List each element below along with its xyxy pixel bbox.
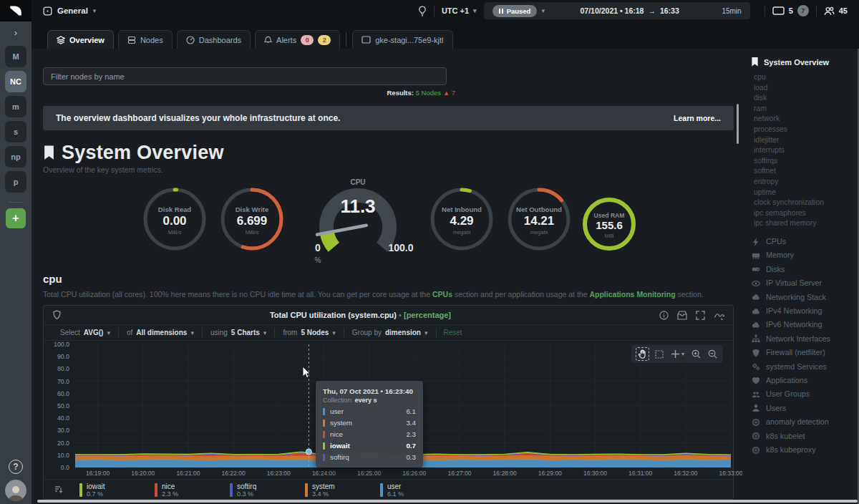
sidebar-section-users[interactable]: Users	[751, 402, 859, 415]
gauge-net-outbound[interactable]: Net Outbound14.21megabi	[505, 185, 573, 253]
zoom-in-icon[interactable]	[690, 348, 702, 360]
chart-settings-icon[interactable]	[714, 311, 724, 320]
sidebar-section-k8s-kubeproxy[interactable]: k8s kubeproxy	[751, 443, 859, 457]
users-count[interactable]: 45	[824, 6, 848, 16]
control-of[interactable]: ofAll dimensions▾	[119, 328, 203, 338]
sidebar-section-ipv4-networking[interactable]: IPv4 Networking	[751, 304, 859, 318]
sidebar-sub-clock-synchronization[interactable]: clock synchronization	[754, 198, 859, 208]
legend-item-user[interactable]: user6.1 %	[380, 483, 446, 498]
paused-pill[interactable]: Paused	[492, 5, 538, 17]
control-group-by[interactable]: Group bydimension▾	[344, 328, 437, 338]
crosshair-tool-icon[interactable]: ▾	[669, 348, 686, 360]
vertical-scrollbar-thumb[interactable]	[737, 104, 739, 144]
sidebar-sub-ram[interactable]: ram	[754, 104, 859, 115]
sidebar-sub-interrupts[interactable]: interrupts	[754, 145, 859, 156]
gauge-used-ram[interactable]: Used RAM155.6MiB	[581, 195, 638, 253]
workspace-button-np[interactable]: np	[5, 146, 26, 168]
add-workspace-button[interactable]: +	[6, 208, 26, 228]
user-avatar[interactable]	[5, 480, 26, 501]
sidebar-section-cpus[interactable]: CPUs	[751, 235, 859, 248]
chevron-down-icon: ▾	[263, 329, 267, 336]
sidebar-section-firewall-netfilter-[interactable]: Firewall (netfilter)	[751, 346, 859, 359]
horizontal-scrollbar[interactable]	[37, 500, 858, 503]
gauge-cpu[interactable]: CPU11.30100.0%	[293, 180, 422, 264]
gauge-disk-read[interactable]: Disk Read0.00MiB/s	[141, 185, 208, 253]
tab-nodes[interactable]: Nodes	[118, 30, 173, 49]
chart-type-icon[interactable]	[52, 310, 62, 320]
learn-more-link[interactable]: Learn more...	[674, 114, 721, 122]
news-bulb-icon[interactable]	[418, 6, 427, 16]
sidebar-section-memory[interactable]: Memory	[751, 248, 859, 262]
timezone-selector[interactable]: UTC +1▾	[442, 6, 477, 15]
space-selector[interactable]: General ▾	[43, 6, 96, 16]
sidebar-sub-network[interactable]: network	[754, 114, 859, 125]
tab-label: Nodes	[140, 36, 163, 44]
control-value: All dimensions	[136, 329, 187, 336]
info-icon[interactable]	[659, 311, 669, 320]
archive-icon[interactable]	[677, 311, 687, 320]
rail-bottom: ?	[5, 460, 26, 504]
sidebar-sub-cpu[interactable]: cpu	[754, 72, 859, 83]
sidebar-sub-idlejitter[interactable]: idlejitter	[754, 135, 859, 146]
select-tool-icon[interactable]	[654, 349, 665, 360]
tab-gke-stagi-75e9-kjtl[interactable]: gke-stagi...75e9-kjtl	[352, 30, 452, 49]
netdata-logo-icon[interactable]	[0, 0, 31, 21]
sidebar-sub-uptime[interactable]: uptime	[754, 188, 859, 198]
sidebar-section-ip-virtual-server[interactable]: IP Virtual Server	[751, 276, 859, 290]
sidebar-sub-ipc-shared-memory[interactable]: ipc shared memory	[754, 218, 859, 229]
sidebar-sub-load[interactable]: load	[754, 83, 859, 94]
page-title-row: System Overview	[43, 142, 734, 164]
rail-expand-icon[interactable]: ›	[14, 27, 17, 38]
tab-dashboards[interactable]: Dashboards	[177, 30, 251, 49]
legend-item-softirq[interactable]: softirq0.3 %	[230, 483, 296, 498]
date-range-picker[interactable]: Paused ▾ 07/10/2021 • 16:18 → 16:33 15mi…	[484, 2, 750, 19]
legend-item-nice[interactable]: nice2.3 %	[155, 483, 220, 498]
gauge-net-inbound[interactable]: Net Inbound4.29megabi	[428, 185, 495, 253]
sidebar-section-networking-stack[interactable]: Networking Stack	[751, 291, 859, 304]
tab-alerts[interactable]: Alerts02	[255, 30, 340, 49]
sidebar-sub-disk[interactable]: disk	[754, 93, 859, 104]
reset-button[interactable]: Reset	[444, 329, 462, 336]
sidebar-section-applications[interactable]: Applications	[751, 374, 859, 387]
gauge-disk-write[interactable]: Disk Write6.699MiB/s	[218, 185, 286, 253]
svg-text:MiB/s: MiB/s	[168, 229, 182, 236]
pan-tool-icon[interactable]	[636, 347, 649, 361]
sidebar-sub-softnet[interactable]: softnet	[754, 166, 859, 177]
user-icon	[751, 404, 760, 412]
workspace-button-p[interactable]: p	[5, 171, 26, 193]
filter-nodes-input[interactable]	[43, 67, 447, 85]
sidebar-header[interactable]: System Overview	[751, 57, 859, 67]
sidebar-section-disks[interactable]: Disks	[751, 263, 859, 276]
control-from[interactable]: from5 Nodes▾	[275, 328, 344, 338]
chart-toolbar: ▾	[631, 345, 723, 363]
sidebar-section-systemd-services[interactable]: systemd Services	[751, 360, 859, 374]
sidebar-section-user-groups[interactable]: User Groups	[751, 387, 859, 401]
sidebar-section-ipv6-networking[interactable]: IPv6 Networking	[751, 318, 859, 331]
workspace-button-m[interactable]: M	[5, 46, 26, 67]
zoom-out-icon[interactable]	[707, 348, 719, 360]
series-value: 6.1	[406, 407, 416, 415]
control-using[interactable]: using5 Charts▾	[203, 328, 275, 338]
sidebar-sub-processes[interactable]: processes	[754, 125, 859, 135]
sidebar-sub-softirqs[interactable]: softirqs	[754, 156, 859, 167]
sidebar-section-network-interfaces[interactable]: Network Interfaces	[751, 332, 859, 346]
legend-sort-icon[interactable]	[54, 485, 64, 495]
fullscreen-icon[interactable]	[696, 311, 705, 320]
sidebar-sub-entropy[interactable]: entropy	[754, 177, 859, 188]
sidebar-section-anomaly-detection[interactable]: anomaly detection	[751, 415, 859, 429]
legend-item-iowait[interactable]: iowait0.7 %	[79, 483, 145, 498]
workspace-button-nc[interactable]: NC	[5, 71, 26, 92]
workspace-button-s[interactable]: s	[5, 121, 26, 142]
workspace-button-m[interactable]: m	[5, 96, 26, 117]
tab-overview[interactable]: Overview	[47, 30, 114, 49]
applications-monitoring-link[interactable]: Applications Monitoring	[589, 290, 675, 299]
control-select[interactable]: SelectAVG()▾	[52, 328, 119, 338]
sidebar-sub-ipc-semaphores[interactable]: ipc semaphores	[754, 208, 859, 219]
legend-item-system[interactable]: system3.4 %	[305, 483, 371, 498]
nodes-count[interactable]: 5 7	[772, 5, 809, 16]
help-button[interactable]: ?	[9, 460, 23, 474]
sidebar-section-label: systemd Services	[766, 360, 827, 374]
sidebar-section-k8s-kubelet[interactable]: k8s kubelet	[751, 430, 859, 443]
helm-icon	[751, 446, 760, 455]
cpus-link[interactable]: CPUs	[432, 290, 452, 299]
